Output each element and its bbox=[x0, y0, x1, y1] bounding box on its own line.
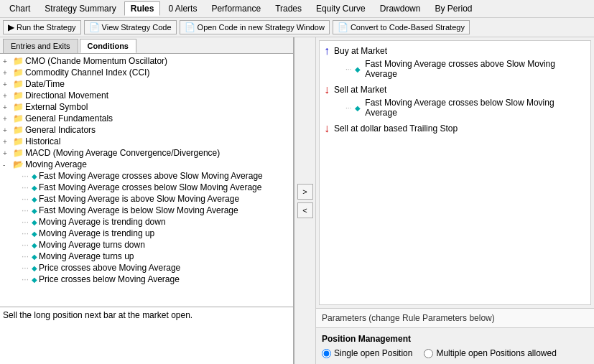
list-item[interactable]: ··· ◆ Fast Moving Average crosses above … bbox=[1, 170, 292, 182]
list-item[interactable]: + 📁 CMO (Chande Momentum Oscillator) bbox=[1, 55, 292, 67]
buy-arrow-icon: ↑ bbox=[324, 45, 330, 57]
open-code-button[interactable]: 📄 Open Code in new Strategy Window bbox=[180, 20, 330, 34]
description-text: Sell the long position next bar at the m… bbox=[3, 310, 192, 320]
left-arrow-icon: < bbox=[302, 206, 307, 215]
convert-icon: 📄 bbox=[338, 22, 348, 32]
list-item[interactable]: + 📁 Date/Time bbox=[1, 78, 292, 90]
connector-line: ··· bbox=[22, 182, 29, 192]
tree-item-label: Moving Average bbox=[25, 159, 87, 169]
menu-by-period[interactable]: By Period bbox=[428, 1, 478, 16]
menu-drawdown[interactable]: Drawdown bbox=[373, 1, 427, 16]
tree-item-label: General Fundamentals bbox=[25, 113, 113, 123]
menu-strategy-summary[interactable]: Strategy Summary bbox=[38, 1, 122, 16]
position-section: Position Management Single open Position… bbox=[316, 327, 594, 364]
list-item[interactable]: + 📁 Directional Movement bbox=[1, 90, 292, 101]
toolbar: ▶ Run the Strategy 📄 View Strategy Code … bbox=[0, 18, 594, 37]
open-code-label: Open Code in new Strategy Window bbox=[198, 23, 325, 32]
list-item[interactable]: ··· ◆ Fast Moving Average crosses below … bbox=[1, 182, 292, 193]
list-item[interactable]: ··· ◆ Price crosses below Moving Average bbox=[1, 274, 292, 285]
menu-alerts[interactable]: 0 Alerts bbox=[162, 1, 203, 16]
list-item[interactable]: + 📁 MACD (Moving Average Convergence/Div… bbox=[1, 147, 292, 159]
menu-bar: Chart Strategy Summary Rules 0 Alerts Pe… bbox=[0, 0, 594, 18]
folder-icon: 📁 bbox=[13, 125, 24, 135]
list-item[interactable]: + 📁 Commodity Channel Index (CCI) bbox=[1, 67, 292, 78]
right-arrow-icon: > bbox=[302, 187, 307, 196]
tree-item-label: Price crosses above Moving Average bbox=[39, 263, 180, 273]
menu-trades[interactable]: Trades bbox=[269, 1, 308, 16]
expand-icon: + bbox=[3, 80, 11, 88]
single-position-radio[interactable] bbox=[322, 349, 331, 358]
list-item[interactable]: ··· ◆ Moving Average is trending down bbox=[1, 216, 292, 228]
rule-condition-label: Fast Moving Average crosses above Slow M… bbox=[365, 59, 586, 79]
tree-item-label: Moving Average turns down bbox=[39, 240, 145, 250]
condition-icon: ◆ bbox=[32, 253, 37, 261]
radio-group: Single open Position Multiple open Posit… bbox=[322, 348, 588, 358]
list-item[interactable]: - 📂 Moving Average bbox=[1, 159, 292, 170]
multiple-position-option[interactable]: Multiple open Positions allowed bbox=[424, 348, 556, 358]
sell-arrow-icon: ↓ bbox=[324, 83, 330, 96]
rule-trailing-stop[interactable]: ↓ Sell at dollar based Trailing Stop bbox=[322, 121, 588, 136]
condition-icon: ◆ bbox=[32, 207, 37, 215]
menu-chart[interactable]: Chart bbox=[3, 1, 37, 16]
conditions-tree[interactable]: + 📁 CMO (Chande Momentum Oscillator) + 📁… bbox=[0, 54, 293, 307]
tab-entries-exits[interactable]: Entries and Exits bbox=[3, 39, 78, 53]
rule-sell-entry[interactable]: ↓ Sell at Market bbox=[322, 83, 588, 97]
condition-icon: ◆ bbox=[32, 195, 37, 203]
tree-item-label: Price crosses below Moving Average bbox=[39, 274, 180, 284]
rules-tree[interactable]: ↑ Buy at Market ··· ◆ Fast Moving Averag… bbox=[319, 40, 591, 305]
single-position-option[interactable]: Single open Position bbox=[322, 348, 412, 358]
run-strategy-button[interactable]: ▶ Run the Strategy bbox=[3, 20, 81, 34]
folder-icon: 📁 bbox=[13, 113, 24, 123]
connector-line: ··· bbox=[22, 263, 29, 273]
folder-icon: 📁 bbox=[13, 56, 24, 66]
tree-item-label: CMO (Chande Momentum Oscillator) bbox=[25, 56, 167, 66]
params-section: Parameters (change Rule Parameters below… bbox=[316, 308, 594, 327]
tree-item-label: Moving Average turns up bbox=[39, 251, 134, 261]
list-item[interactable]: ··· ◆ Moving Average is trending up bbox=[1, 228, 292, 239]
connector-icon: ··· bbox=[345, 65, 351, 73]
condition-icon: ◆ bbox=[32, 264, 37, 272]
connector-line: ··· bbox=[22, 194, 29, 204]
params-label: Parameters (change Rule Parameters below… bbox=[322, 313, 495, 323]
convert-button[interactable]: 📄 Convert to Code-Based Strategy bbox=[333, 20, 470, 34]
condition-icon: ◆ bbox=[32, 172, 37, 180]
list-item[interactable]: + 📁 General Fundamentals bbox=[1, 113, 292, 124]
tree-item-label: External Symbol bbox=[25, 102, 88, 112]
tree-item-label: General Indicators bbox=[25, 125, 96, 135]
expand-icon: - bbox=[3, 161, 11, 169]
rule-buy-entry[interactable]: ↑ Buy at Market bbox=[322, 44, 588, 58]
multiple-position-radio[interactable] bbox=[424, 349, 433, 358]
expand-icon: + bbox=[3, 115, 11, 123]
connector-line: ··· bbox=[22, 228, 29, 238]
menu-equity-curve[interactable]: Equity Curve bbox=[310, 1, 372, 16]
open-code-icon: 📄 bbox=[185, 22, 195, 32]
rule-buy-condition[interactable]: ··· ◆ Fast Moving Average crosses above … bbox=[322, 58, 588, 80]
single-position-label: Single open Position bbox=[334, 348, 412, 358]
add-rule-button[interactable]: > bbox=[297, 184, 313, 200]
folder-icon: 📁 bbox=[13, 79, 24, 89]
list-item[interactable]: ··· ◆ Price crosses above Moving Average bbox=[1, 262, 292, 274]
connector-line: ··· bbox=[22, 240, 29, 250]
tab-conditions[interactable]: Conditions bbox=[80, 39, 136, 53]
list-item[interactable]: ··· ◆ Fast Moving Average is below Slow … bbox=[1, 205, 292, 216]
menu-rules[interactable]: Rules bbox=[124, 1, 161, 16]
list-item[interactable]: ··· ◆ Moving Average turns up bbox=[1, 251, 292, 262]
expand-icon: + bbox=[3, 126, 11, 134]
rule-sell-condition[interactable]: ··· ◆ Fast Moving Average crosses below … bbox=[322, 97, 588, 118]
diamond-icon: ◆ bbox=[355, 65, 361, 73]
expand-icon: + bbox=[3, 149, 11, 157]
list-item[interactable]: ··· ◆ Fast Moving Average is above Slow … bbox=[1, 193, 292, 205]
list-item[interactable]: + 📁 Historical bbox=[1, 136, 292, 147]
list-item[interactable]: + 📁 External Symbol bbox=[1, 101, 292, 113]
tree-item-label: Commodity Channel Index (CCI) bbox=[25, 67, 149, 78]
list-item[interactable]: ··· ◆ Moving Average turns down bbox=[1, 239, 292, 251]
view-code-button[interactable]: 📄 View Strategy Code bbox=[84, 20, 177, 34]
list-item[interactable]: + 📁 General Indicators bbox=[1, 124, 292, 136]
connector-line: ··· bbox=[22, 274, 29, 284]
connector-icon: ··· bbox=[345, 104, 351, 112]
sell-stop-icon: ↓ bbox=[324, 122, 330, 135]
main-layout: Entries and Exits Conditions + 📁 CMO (Ch… bbox=[0, 37, 594, 364]
remove-rule-button[interactable]: < bbox=[297, 202, 313, 218]
menu-performance[interactable]: Performance bbox=[205, 1, 267, 16]
convert-label: Convert to Code-Based Strategy bbox=[351, 23, 465, 32]
